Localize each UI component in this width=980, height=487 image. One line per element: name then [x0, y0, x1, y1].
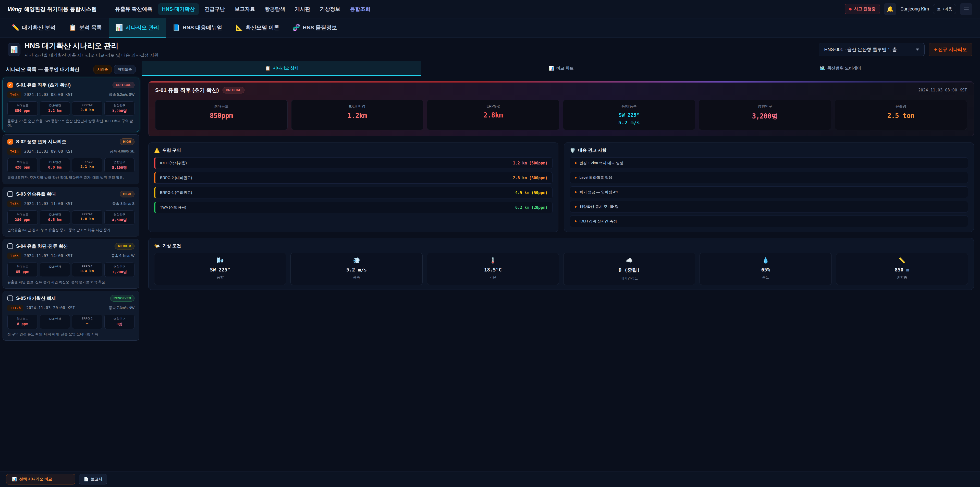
- scenario-timestamp: 2024.11.03 11:00 KST: [24, 201, 73, 206]
- notifications-button[interactable]: 🔔: [884, 3, 896, 15]
- weather-cards: 🌬️ SW 225° 풍향 💨 5.2 m/s 풍속 🌡️ 18.5°C: [154, 253, 968, 285]
- scenario-description: 연속유출 3시간 경과. 누적 유출량 증가. 풍속 감소로 체류 시간 증가.: [7, 228, 135, 232]
- scenario-card-s01[interactable]: S-01 유출 직후 (초기 확산) CRITICAL T+0h 2024.11…: [3, 78, 139, 132]
- scenario-checkbox[interactable]: [7, 82, 13, 88]
- scenario-card-s03[interactable]: S-03 연속유출 확대 HIGH T+3h 2024.11.03 11:00 …: [3, 187, 139, 236]
- compare-scenarios-button[interactable]: 📊 선택 시나리오 비교: [6, 474, 75, 484]
- stat-value: 1.2 km: [41, 109, 69, 113]
- nav-item-integrated-search[interactable]: 통합조회: [346, 3, 374, 15]
- stat-value: 85 ppm: [9, 270, 37, 274]
- book-icon: 📘: [172, 24, 180, 31]
- stat-value: 1.8 km: [73, 217, 101, 221]
- weather-card-mixing-layer: 📏 850 m 혼합층: [836, 253, 968, 285]
- incident-select[interactable]: HNS-001 · 울산 온산항 톨루엔 누출: [819, 43, 924, 56]
- stat-label: IDLH반경: [41, 265, 69, 269]
- recommendation-text: 해양확산 동시 모니터링: [579, 204, 619, 209]
- subtab-label: 분석 목록: [79, 24, 102, 31]
- weather-label: 대기안정도: [566, 276, 693, 281]
- subtab-hns-substance-info[interactable]: 🧬 HNS 물질정보: [286, 18, 344, 38]
- time-offset-badge: T+12h: [7, 305, 23, 311]
- subtab-dispersion-analysis[interactable]: ✏️ 대기확산 분석: [5, 18, 62, 38]
- tile-value: SW 225°: [566, 112, 693, 118]
- subtab-hns-manual[interactable]: 📘 HNS 대응매뉴얼: [165, 18, 229, 38]
- scenario-card-s02[interactable]: S-02 풍향 변화 시나리오 HIGH T+1h 2024.11.03 09:…: [3, 134, 139, 184]
- subtab-model-theory[interactable]: 📐 확산모델 이론: [229, 18, 286, 38]
- recommendation-item: 화기 엄금 — 인화점 4°C: [570, 187, 968, 198]
- sort-by-risk-button[interactable]: 위험도순: [114, 65, 136, 74]
- nav-item-weather[interactable]: 기상정보: [316, 3, 344, 15]
- menu-button[interactable]: [960, 3, 972, 15]
- scenario-checkbox[interactable]: [7, 191, 13, 197]
- stat-label: IDLH반경: [41, 213, 69, 217]
- severity-badge: HIGH: [120, 139, 135, 145]
- panel-title: 대응 권고 사항: [578, 147, 606, 153]
- subtab-analysis-list[interactable]: 📋 분석 목록: [62, 18, 109, 38]
- cloud-icon: ☁️: [566, 257, 693, 264]
- stat-erpg2: ERPG-2 0.4 km: [72, 262, 102, 277]
- top-navigation: Wing 해양환경 위기대응 통합시스템 유출유 확산예측 HNS·대기확산 긴…: [0, 0, 980, 18]
- sort-by-time-button[interactable]: 시간순: [94, 65, 112, 74]
- stat-label: 영향인구: [106, 213, 134, 217]
- report-button[interactable]: 📄 보고서: [79, 474, 107, 484]
- tile-affected-population: 영향인구 3,200명: [699, 100, 831, 130]
- tab-label: 시나리오 상세: [273, 65, 298, 71]
- stat-erpg2: ERPG-2 2.1 km: [72, 158, 102, 172]
- stat-value: 0.5 km: [41, 217, 69, 222]
- stat-label: IDLH반경: [41, 104, 69, 107]
- tab-comparison-chart[interactable]: 📊 비교 차트: [422, 61, 700, 76]
- logout-button[interactable]: 로그아웃: [933, 4, 956, 14]
- stat-idlh-radius: IDLH반경 –: [40, 262, 70, 277]
- nav-item-oil-spill[interactable]: 유출유 확산예측: [111, 3, 156, 15]
- stat-label: ERPG-2: [73, 317, 101, 320]
- recommendation-item: Level B 화학복 착용: [570, 172, 968, 184]
- report-button-label: 보고서: [91, 477, 102, 482]
- bullet-icon: [575, 162, 576, 164]
- bullet-icon: [575, 206, 576, 208]
- weather-label: 풍속: [293, 275, 420, 279]
- nav-item-aerial-search[interactable]: 항공탐색: [261, 3, 289, 15]
- scenario-checkbox[interactable]: [7, 295, 13, 301]
- new-scenario-button[interactable]: + 신규 시나리오: [929, 43, 972, 56]
- scenario-card-s04[interactable]: S-04 유출 차단·잔류 확산 MEDIUM T+6h 2024.11.03 …: [3, 239, 139, 289]
- recommendation-item: IDLH 경계 실시간 측정: [570, 216, 968, 227]
- scenario-title: S-02 풍향 변화 시나리오: [16, 139, 117, 145]
- tab-dispersion-overlay[interactable]: 🗺️ 확산범위 오버레이: [701, 61, 980, 76]
- stat-value: 4,800명: [106, 217, 134, 222]
- tile-spill-amount: 유출량 2.5 ton: [835, 100, 967, 130]
- nav-item-reports[interactable]: 보고자료: [231, 3, 259, 15]
- warning-icon: ⚠️: [154, 148, 160, 153]
- tab-scenario-detail[interactable]: 📋 시나리오 상세: [142, 61, 422, 76]
- bullet-icon: [575, 177, 576, 179]
- scenario-title: S-04 유출 차단·잔류 확산: [16, 243, 111, 249]
- nav-item-hns-dispersion[interactable]: HNS·대기확산: [158, 3, 199, 15]
- scenario-card-s05[interactable]: S-05 대기확산 해제 RESOLVED T+12h 2024.11.03 2…: [3, 291, 139, 341]
- scenario-card-list: S-01 유출 직후 (초기 확산) CRITICAL T+0h 2024.11…: [3, 78, 139, 341]
- weather-label: 습도: [702, 275, 829, 279]
- stat-label: IDLH반경: [41, 160, 69, 164]
- zone-label: IDLH (즉시위험): [160, 161, 187, 166]
- scenario-checkbox[interactable]: [7, 139, 13, 145]
- nav-item-rescue[interactable]: 긴급구난: [201, 3, 229, 15]
- severity-badge: MEDIUM: [115, 243, 135, 249]
- nav-item-board[interactable]: 게시판: [291, 3, 314, 15]
- hamburger-icon: [964, 7, 969, 11]
- content: 시나리오 목록 — 톨루엔 대기확산 시간순 위험도순 S-01 유출 직후 (…: [0, 61, 980, 471]
- scenario-sidebar: 시나리오 목록 — 톨루엔 대기확산 시간순 위험도순 S-01 유출 직후 (…: [0, 61, 142, 471]
- bell-icon: 🔔: [886, 6, 894, 13]
- zone-row-idlh: IDLH (즉시위험) 1.2 km (500ppm): [154, 157, 552, 169]
- stat-value: –: [41, 270, 69, 274]
- tile-value: 3,200명: [702, 112, 829, 121]
- subtab-scenario-management[interactable]: 📊 시나리오 관리: [109, 18, 166, 38]
- weather-label: 혼합층: [838, 275, 966, 279]
- stat-idlh-radius: IDLH반경 1.2 km: [40, 101, 70, 116]
- bar-chart-icon: 📊: [115, 24, 123, 31]
- stat-label: 영향인구: [106, 160, 134, 164]
- tile-value: 2.5 ton: [838, 112, 964, 120]
- scenario-checkbox[interactable]: [7, 243, 13, 249]
- scenario-title: S-03 연속유출 확대: [16, 191, 117, 197]
- incident-dot-icon: [849, 8, 852, 10]
- panel-title-row: ⚠️ 위험 구역: [154, 147, 552, 153]
- bullet-icon: [575, 220, 576, 222]
- stat-value: 0.4 km: [73, 269, 101, 273]
- page-header: 📊 HNS 대기확산 시나리오 관리 시간·조건별 대기확산 예측 시나리오 비…: [0, 38, 980, 61]
